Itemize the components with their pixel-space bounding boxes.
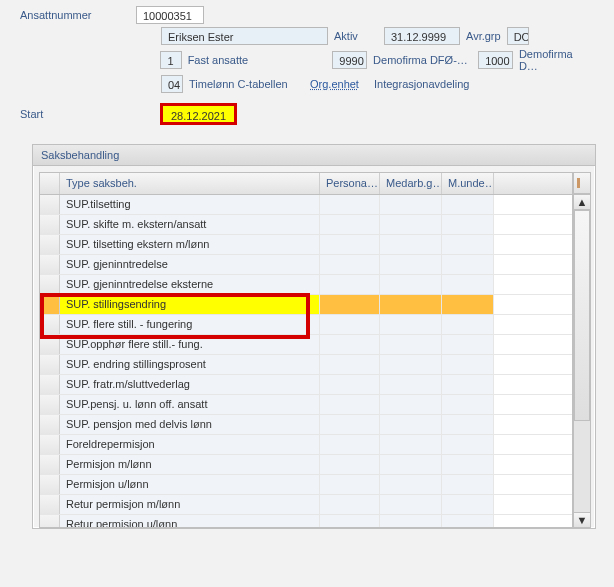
table-row[interactable]: Retur permisjon u/lønn: [40, 515, 572, 527]
row-medarb[interactable]: [380, 375, 442, 394]
table-row[interactable]: SUP. gjeninntredelse eksterne: [40, 275, 572, 295]
row-medarb[interactable]: [380, 435, 442, 454]
row-munde[interactable]: [442, 375, 494, 394]
row-selector[interactable]: [40, 515, 60, 527]
row-munde[interactable]: [442, 495, 494, 514]
col-type[interactable]: Type saksbeh.: [60, 173, 320, 194]
row-selector[interactable]: [40, 395, 60, 414]
table-row[interactable]: SUP.pensj. u. lønn off. ansatt: [40, 395, 572, 415]
scroll-down-icon[interactable]: ▼: [573, 512, 591, 528]
table-row[interactable]: Permisjon u/lønn: [40, 475, 572, 495]
row-munde[interactable]: [442, 275, 494, 294]
row-selector[interactable]: [40, 415, 60, 434]
table-row[interactable]: Foreldrepermisjon: [40, 435, 572, 455]
row-selector[interactable]: [40, 475, 60, 494]
row-persona[interactable]: [320, 435, 380, 454]
row-selector[interactable]: [40, 215, 60, 234]
row-munde[interactable]: [442, 235, 494, 254]
row-munde[interactable]: [442, 515, 494, 527]
row-selector[interactable]: [40, 335, 60, 354]
row-munde[interactable]: [442, 315, 494, 334]
row-persona[interactable]: [320, 315, 380, 334]
scroll-thumb[interactable]: [574, 210, 590, 421]
col-selector[interactable]: [40, 173, 60, 194]
row-persona[interactable]: [320, 395, 380, 414]
vertical-scrollbar[interactable]: ▲ ▼: [573, 172, 591, 528]
row-munde[interactable]: [442, 335, 494, 354]
row-persona[interactable]: [320, 295, 380, 314]
row-selector[interactable]: [40, 435, 60, 454]
row-medarb[interactable]: [380, 395, 442, 414]
row-persona[interactable]: [320, 335, 380, 354]
config-columns-icon[interactable]: [573, 172, 591, 194]
row-medarb[interactable]: [380, 235, 442, 254]
row-persona[interactable]: [320, 215, 380, 234]
table-row[interactable]: SUP. gjeninntredelse: [40, 255, 572, 275]
ansatt-input[interactable]: 10000351: [136, 6, 204, 24]
row-munde[interactable]: [442, 455, 494, 474]
row-medarb[interactable]: [380, 215, 442, 234]
row-medarb[interactable]: [380, 255, 442, 274]
row-selector[interactable]: [40, 495, 60, 514]
row-medarb[interactable]: [380, 475, 442, 494]
col-persona[interactable]: Persona…: [320, 173, 380, 194]
table-row[interactable]: SUP. tilsetting ekstern m/lønn: [40, 235, 572, 255]
row-medarb[interactable]: [380, 335, 442, 354]
row-medarb[interactable]: [380, 275, 442, 294]
table-row[interactable]: SUP.opphør flere still.- fung.: [40, 335, 572, 355]
row-persona[interactable]: [320, 415, 380, 434]
row-medarb[interactable]: [380, 295, 442, 314]
row-selector[interactable]: [40, 455, 60, 474]
row-persona[interactable]: [320, 475, 380, 494]
row-medarb[interactable]: [380, 515, 442, 527]
table-row[interactable]: SUP. flere still. - fungering: [40, 315, 572, 335]
table-row[interactable]: SUP. endring stillingsprosent: [40, 355, 572, 375]
row-persona[interactable]: [320, 515, 380, 527]
row-medarb[interactable]: [380, 315, 442, 334]
row-persona[interactable]: [320, 195, 380, 214]
row-persona[interactable]: [320, 355, 380, 374]
row-munde[interactable]: [442, 295, 494, 314]
row-selector[interactable]: [40, 235, 60, 254]
table-row[interactable]: SUP. pensjon med delvis lønn: [40, 415, 572, 435]
orgunit-label[interactable]: Org.enhet: [310, 78, 368, 90]
row-medarb[interactable]: [380, 415, 442, 434]
col-munde[interactable]: M.unde…: [442, 173, 494, 194]
row-medarb[interactable]: [380, 355, 442, 374]
row-selector[interactable]: [40, 195, 60, 214]
table-row[interactable]: SUP. fratr.m/sluttvederlag: [40, 375, 572, 395]
row-medarb[interactable]: [380, 495, 442, 514]
row-persona[interactable]: [320, 235, 380, 254]
row-munde[interactable]: [442, 475, 494, 494]
row-persona[interactable]: [320, 455, 380, 474]
row-munde[interactable]: [442, 255, 494, 274]
row-munde[interactable]: [442, 435, 494, 454]
row-medarb[interactable]: [380, 455, 442, 474]
table-row[interactable]: Permisjon m/lønn: [40, 455, 572, 475]
row-munde[interactable]: [442, 195, 494, 214]
row-persona[interactable]: [320, 375, 380, 394]
row-munde[interactable]: [442, 415, 494, 434]
row-medarb[interactable]: [380, 195, 442, 214]
row-selector[interactable]: [40, 375, 60, 394]
row-persona[interactable]: [320, 495, 380, 514]
col-medarb[interactable]: Medarb.g…: [380, 173, 442, 194]
table-row[interactable]: Retur permisjon m/lønn: [40, 495, 572, 515]
row-selector[interactable]: [40, 295, 60, 314]
row-munde[interactable]: [442, 215, 494, 234]
row-munde[interactable]: [442, 355, 494, 374]
row-selector[interactable]: [40, 355, 60, 374]
start-date-input[interactable]: 28.12.2021: [160, 103, 237, 125]
scroll-track[interactable]: [573, 210, 591, 512]
grid-body: SUP.tilsettingSUP. skifte m. ekstern/ans…: [40, 195, 572, 527]
table-row[interactable]: SUP.tilsetting: [40, 195, 572, 215]
row-selector[interactable]: [40, 255, 60, 274]
table-row[interactable]: SUP. stillingsendring: [40, 295, 572, 315]
row-persona[interactable]: [320, 275, 380, 294]
row-persona[interactable]: [320, 255, 380, 274]
row-selector[interactable]: [40, 315, 60, 334]
scroll-up-icon[interactable]: ▲: [573, 194, 591, 210]
row-munde[interactable]: [442, 395, 494, 414]
table-row[interactable]: SUP. skifte m. ekstern/ansatt: [40, 215, 572, 235]
row-selector[interactable]: [40, 275, 60, 294]
